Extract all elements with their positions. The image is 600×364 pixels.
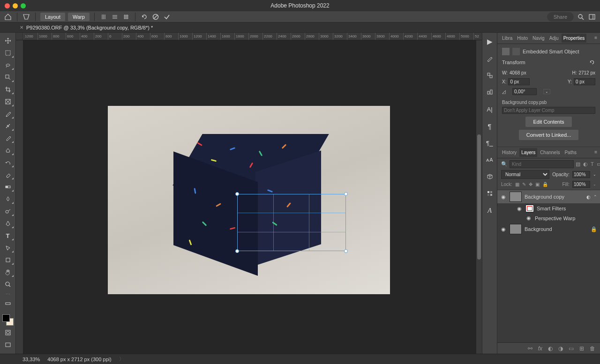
filter-type-icon[interactable]: T	[591, 161, 594, 167]
new-layer-icon[interactable]: ⊞	[579, 345, 584, 352]
tab-paths[interactable]: Paths	[562, 148, 578, 157]
canvas-viewport[interactable]	[23, 40, 482, 354]
tab-channels[interactable]: Channels	[538, 148, 562, 157]
character-styles-icon[interactable]: ᴀA	[485, 155, 495, 165]
panel-menu-icon[interactable]: ≡	[594, 149, 597, 155]
opacity-dropdown-icon[interactable]: ⌄	[593, 172, 596, 177]
pen-tool[interactable]	[2, 218, 14, 229]
3d-icon[interactable]	[485, 171, 495, 182]
character-icon[interactable]: A|	[485, 104, 495, 114]
document-tab[interactable]: P9290380.ORF @ 33,3% (Background copy, R…	[17, 25, 153, 30]
layer-list[interactable]: ◉ Background copy ◐ ⌃ ◉ Smart Filters ◉ …	[497, 190, 600, 342]
share-button[interactable]: Share	[547, 12, 574, 22]
auto-warp-icon[interactable]	[122, 13, 130, 21]
toolbar-more[interactable]: ⋯	[6, 291, 10, 297]
foreground-color-swatch[interactable]	[2, 314, 10, 322]
quick-mask-icon[interactable]	[2, 327, 14, 338]
layer-row[interactable]: ◉ Background copy ◐ ⌃	[497, 190, 600, 203]
workspace-icon[interactable]	[588, 13, 596, 21]
lock-pixels-icon[interactable]: ✎	[522, 182, 526, 187]
document-info[interactable]: 4068 px x 2712 px (300 ppi)	[47, 357, 111, 362]
y-input[interactable]	[574, 78, 595, 85]
clone-stamp-tool[interactable]	[2, 145, 14, 156]
selection-tool[interactable]	[2, 72, 14, 82]
status-more-icon[interactable]: 〉	[119, 356, 124, 363]
blur-tool[interactable]	[2, 194, 14, 204]
move-tool[interactable]	[2, 36, 14, 46]
tab-histogram[interactable]: Histo	[515, 34, 530, 43]
play-actions-icon[interactable]: ▶	[485, 37, 495, 47]
layer-thumbnail[interactable]	[510, 224, 522, 234]
width-value[interactable]: 4068 px	[510, 70, 526, 75]
swatches-icon[interactable]	[485, 188, 495, 199]
path-selection-tool[interactable]	[2, 243, 14, 253]
lock-artboard-icon[interactable]: ▣	[535, 182, 540, 187]
edit-contents-button[interactable]: Edit Contents	[525, 117, 571, 127]
close-window-button[interactable]	[5, 3, 10, 8]
warp-mode-button[interactable]: Warp	[68, 13, 90, 21]
smart-filter-item[interactable]: ◉ Perspective Warp	[497, 214, 600, 223]
angle-dropdown-icon[interactable]: ⌄	[543, 89, 550, 94]
reset-icon[interactable]	[140, 13, 149, 21]
zoom-tool[interactable]	[2, 279, 14, 290]
straighten-vertical-icon[interactable]	[99, 13, 108, 21]
tab-adjustments[interactable]: Adju	[548, 34, 561, 43]
brush-settings-icon[interactable]	[485, 53, 495, 64]
opacity-input[interactable]	[572, 171, 590, 178]
minimize-window-button[interactable]	[13, 3, 18, 8]
layer-mask-icon[interactable]: ◐	[548, 345, 553, 352]
commit-icon[interactable]	[163, 13, 171, 21]
warp-handle-br[interactable]	[344, 249, 348, 253]
eyedropper-tool[interactable]	[2, 109, 14, 119]
glyphs-icon[interactable]: A	[485, 205, 495, 215]
screen-mode-icon[interactable]	[2, 340, 14, 350]
convert-to-linked-button[interactable]: Convert to Linked...	[519, 130, 578, 140]
dodge-tool[interactable]	[2, 206, 14, 216]
layer-comp-select[interactable]	[502, 107, 595, 114]
layer-filter-input[interactable]	[510, 160, 574, 168]
smart-filter-mask-thumb[interactable]	[525, 205, 534, 212]
lock-transparency-icon[interactable]: ▦	[515, 182, 519, 187]
styles-icon[interactable]	[485, 87, 495, 97]
layer-row[interactable]: ◉ Background 🔒	[497, 223, 600, 236]
paragraph-styles-icon[interactable]: ¶⎯	[485, 138, 495, 148]
edit-toolbar-icon[interactable]	[2, 298, 14, 309]
warp-handle-tl[interactable]	[235, 192, 239, 196]
lock-all-icon[interactable]: 🔒	[542, 182, 548, 187]
maximize-window-button[interactable]	[21, 3, 26, 8]
x-input[interactable]	[508, 78, 530, 85]
tab-navigator[interactable]: Navig	[531, 34, 547, 43]
close-tab-icon[interactable]: ✕	[20, 25, 23, 30]
tab-layers[interactable]: Layers	[519, 148, 537, 157]
brush-tool[interactable]	[2, 133, 14, 143]
straighten-horizontal-icon[interactable]	[111, 13, 119, 21]
visibility-toggle-icon[interactable]: ◉	[500, 194, 507, 200]
fill-dropdown-icon[interactable]: ⌄	[593, 182, 596, 186]
layout-mode-button[interactable]: Layout	[40, 13, 65, 21]
ruler-origin[interactable]	[16, 33, 23, 40]
warp-handle-bl[interactable]	[235, 249, 239, 253]
eraser-tool[interactable]	[2, 170, 14, 180]
layer-name[interactable]: Background copy	[525, 194, 564, 200]
vertical-scrollbar[interactable]	[476, 40, 482, 354]
group-icon[interactable]: ▭	[569, 345, 574, 352]
shape-tool[interactable]	[2, 255, 14, 265]
hand-tool[interactable]	[2, 267, 14, 277]
panel-menu-icon[interactable]: ≡	[594, 35, 597, 40]
perspective-warp-tool-icon[interactable]	[22, 13, 30, 21]
expand-icon[interactable]: ⌃	[593, 194, 597, 199]
healing-brush-tool[interactable]	[2, 121, 14, 131]
visibility-toggle-icon[interactable]: ◉	[500, 226, 507, 232]
home-icon[interactable]	[4, 13, 12, 21]
gradient-tool[interactable]	[2, 182, 14, 192]
search-icon[interactable]	[577, 13, 585, 21]
lock-position-icon[interactable]: ✥	[529, 182, 532, 187]
zoom-level[interactable]: 33,33%	[22, 357, 40, 362]
clone-source-icon[interactable]	[485, 70, 495, 81]
smart-filters-row[interactable]: ◉ Smart Filters	[497, 203, 600, 214]
vertical-ruler[interactable]	[16, 40, 23, 354]
filter-pixel-icon[interactable]: ▧	[576, 161, 580, 167]
layer-name[interactable]: Background	[525, 226, 552, 232]
filter-shape-icon[interactable]: ▭	[597, 161, 600, 167]
perspective-warp-quad[interactable]	[237, 194, 346, 251]
